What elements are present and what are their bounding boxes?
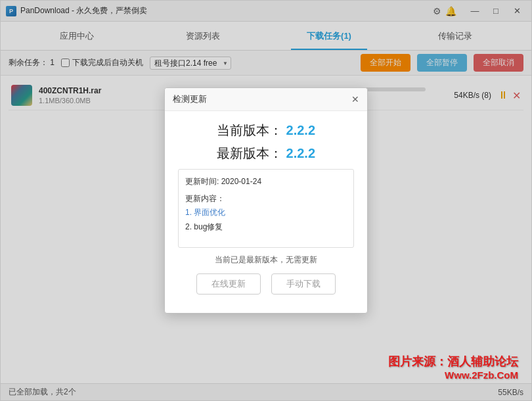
current-version-row: 当前版本： 2.2.2 [178,122,354,139]
modal-header: 检测更新 ✕ [165,88,367,111]
changelog-content-label: 更新内容： [185,192,347,206]
modal-footer: 在线更新 手动下载 [178,273,354,305]
modal-close-button[interactable]: ✕ [351,94,359,105]
latest-version-value: 2.2.2 [286,146,315,160]
modal-body: 当前版本： 2.2.2 最新版本： 2.2.2 更新时间: 2020-01-24… [165,111,367,313]
manual-download-button[interactable]: 手动下载 [271,273,336,295]
modal-overlay: 检测更新 ✕ 当前版本： 2.2.2 最新版本： 2.2.2 更新时间: 202… [1,1,531,400]
latest-version-label: 最新版本： [217,146,282,160]
modal-title: 检测更新 [173,93,207,105]
changelog-link-1[interactable]: 1. 界面优化 [185,208,225,217]
changelog-item-1: 1. 界面优化 [185,206,347,220]
update-dialog: 检测更新 ✕ 当前版本： 2.2.2 最新版本： 2.2.2 更新时间: 202… [164,87,368,314]
modal-note: 当前已是最新版本，无需更新 [178,254,354,266]
latest-version-row: 最新版本： 2.2.2 [178,145,354,162]
online-update-button[interactable]: 在线更新 [196,273,261,295]
changelog-date-line: 更新时间: 2020-01-24 [185,175,347,189]
changelog-item-2: 2. bug修复 [185,220,347,235]
current-version-label: 当前版本： [217,123,282,137]
main-window: P PanDownload - 永久免费，严禁倒卖 ⚙ 🔔 — □ ✕ 应用中心… [0,0,532,401]
current-version-value: 2.2.2 [286,123,315,137]
changelog-box: 更新时间: 2020-01-24 更新内容： 1. 界面优化 2. bug修复 [178,169,354,248]
